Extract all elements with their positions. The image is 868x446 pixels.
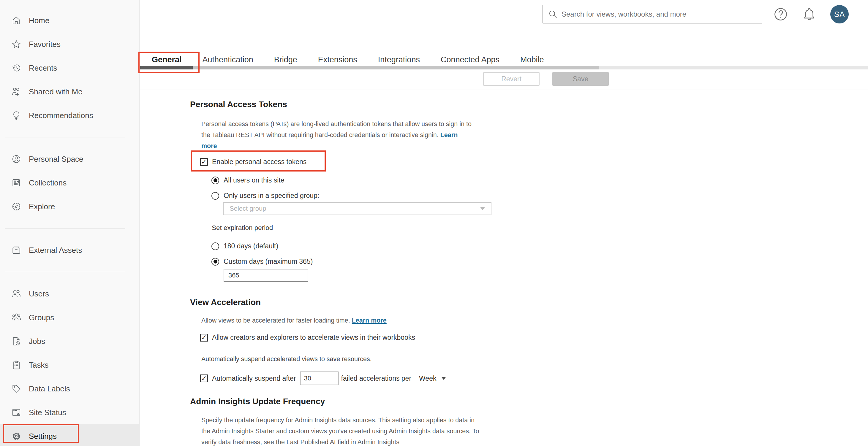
sidebar-item-label: Favorites: [29, 40, 61, 49]
external-assets-icon: [11, 245, 21, 255]
sidebar-item-label: Users: [29, 289, 49, 299]
sidebar-item-label: Personal Space: [29, 155, 84, 164]
custom-days-radio[interactable]: [211, 258, 219, 266]
select-group-dropdown[interactable]: Select group: [223, 202, 492, 215]
expiration-period-label: Set expiration period: [212, 224, 273, 232]
settings-tabs: General Authentication Bridge Extensions…: [152, 55, 544, 64]
caret-down-icon: [441, 377, 446, 380]
tab-bridge[interactable]: Bridge: [274, 55, 297, 64]
sidebar-item-collections[interactable]: Collections: [0, 171, 139, 195]
groups-icon: [11, 312, 21, 322]
sidebar-item-label: Jobs: [29, 337, 45, 346]
view-acceleration-description: Allow views to be accelerated for faster…: [202, 315, 386, 326]
tasks-icon: [11, 360, 21, 370]
failed-accelerations-input[interactable]: [300, 372, 339, 385]
enable-pat-row: ✓ Enable personal access tokens: [200, 158, 306, 166]
sidebar-item-label: External Assets: [29, 246, 82, 255]
tab-extensions[interactable]: Extensions: [318, 55, 357, 64]
allow-acceleration-row: ✓ Allow creators and explorers to accele…: [200, 334, 415, 342]
active-tab-indicator: [140, 66, 193, 69]
admin-insights-description: Specify the update frequency for Admin I…: [202, 415, 480, 446]
sidebar-divider: [5, 137, 125, 137]
help-icon: [773, 6, 788, 22]
tab-integrations[interactable]: Integrations: [378, 55, 420, 64]
tableau-settings-page: Home Favorites Recents Shared with Me Re…: [0, 0, 868, 446]
auto-suspend-row: ✓ Automatically suspend after failed acc…: [200, 372, 446, 385]
sidebar-item-site-status[interactable]: Site Status: [0, 401, 139, 424]
sidebar-item-label: Explore: [29, 202, 55, 211]
tab-authentication[interactable]: Authentication: [203, 55, 253, 64]
specified-group-row: Only users in a specified group:: [211, 192, 319, 200]
sidebar-item-label: Groups: [29, 313, 54, 322]
sidebar-divider: [5, 228, 125, 229]
specified-group-label: Only users in a specified group:: [224, 192, 319, 200]
bell-icon: [802, 6, 817, 22]
days-180-row: 180 days (default): [211, 242, 278, 250]
sidebar-item-label: Collections: [29, 178, 66, 187]
recents-icon: [11, 63, 21, 73]
tab-scroll-thumb[interactable]: [140, 66, 599, 69]
sidebar-item-settings[interactable]: Settings: [0, 424, 139, 446]
custom-days-input[interactable]: [224, 269, 308, 282]
main-area: SA General Authentication Bridge Extensi…: [140, 0, 868, 446]
sidebar-item-home[interactable]: Home: [0, 9, 139, 32]
explore-icon: [11, 202, 21, 212]
save-button[interactable]: Save: [552, 72, 609, 86]
revert-button[interactable]: Revert: [483, 72, 539, 86]
sidebar-item-recents[interactable]: Recents: [0, 56, 139, 80]
search-box: [542, 5, 762, 24]
all-users-label: All users on this site: [224, 176, 284, 184]
all-users-row: All users on this site: [211, 176, 284, 184]
sidebar-item-explore[interactable]: Explore: [0, 195, 139, 218]
sidebar-item-label: Recents: [29, 64, 57, 73]
avatar[interactable]: SA: [830, 5, 849, 24]
failed-accelerations-label: failed accelerations per: [341, 375, 411, 382]
toolbar-divider: [140, 90, 868, 90]
enable-pat-checkbox[interactable]: ✓: [200, 158, 208, 166]
notifications-button[interactable]: [802, 6, 817, 22]
enable-pat-label: Enable personal access tokens: [212, 158, 306, 166]
allow-acceleration-checkbox[interactable]: ✓: [200, 334, 208, 342]
sidebar-item-label: Recommendations: [29, 111, 93, 120]
tab-general[interactable]: General: [152, 55, 182, 64]
settings-icon: [11, 431, 21, 441]
select-group-placeholder: Select group: [229, 205, 480, 212]
favorites-icon: [11, 39, 21, 49]
auto-suspend-checkbox[interactable]: ✓: [200, 375, 208, 382]
sidebar-item-label: Site Status: [29, 408, 66, 417]
tab-connected-apps[interactable]: Connected Apps: [441, 55, 499, 64]
suspend-intro: Automatically suspend accelerated views …: [202, 354, 372, 365]
custom-days-row: Custom days (maximum 365): [211, 258, 313, 266]
sidebar-item-groups[interactable]: Groups: [0, 306, 139, 330]
tab-mobile[interactable]: Mobile: [520, 55, 544, 64]
suspend-period-value: Week: [419, 375, 436, 382]
allow-acceleration-label: Allow creators and explorers to accelera…: [212, 334, 415, 342]
sidebar-item-shared-with-me[interactable]: Shared with Me: [0, 80, 139, 104]
search-input[interactable]: [561, 10, 762, 19]
all-users-radio[interactable]: [211, 177, 219, 184]
sidebar-item-users[interactable]: Users: [0, 282, 139, 306]
help-button[interactable]: [773, 6, 788, 22]
recommendations-icon: [11, 110, 21, 121]
sidebar-item-personal-space[interactable]: Personal Space: [0, 147, 139, 171]
specified-group-radio[interactable]: [211, 192, 219, 200]
sidebar-item-data-labels[interactable]: Data Labels: [0, 377, 139, 401]
collections-icon: [11, 178, 21, 188]
sidebar-item-external-assets[interactable]: External Assets: [0, 238, 139, 262]
view-acceleration-learn-more-link[interactable]: Learn more: [352, 317, 386, 324]
sidebar-item-favorites[interactable]: Favorites: [0, 32, 139, 56]
days-180-label: 180 days (default): [224, 242, 278, 250]
users-icon: [11, 289, 21, 299]
suspend-period-dropdown[interactable]: Week: [419, 375, 446, 382]
admin-insights-title: Admin Insights Update Frequency: [190, 397, 325, 406]
sidebar-item-tasks[interactable]: Tasks: [0, 353, 139, 377]
pat-section-title: Personal Access Tokens: [190, 100, 287, 109]
sidebar-item-label: Home: [29, 16, 49, 25]
days-180-radio[interactable]: [211, 242, 219, 250]
auto-suspend-label: Automatically suspend after: [212, 375, 296, 382]
home-icon: [11, 15, 21, 26]
personal-space-icon: [11, 154, 21, 164]
site-status-icon: [11, 407, 21, 417]
sidebar-item-jobs[interactable]: Jobs: [0, 330, 139, 353]
sidebar-item-recommendations[interactable]: Recommendations: [0, 104, 139, 127]
